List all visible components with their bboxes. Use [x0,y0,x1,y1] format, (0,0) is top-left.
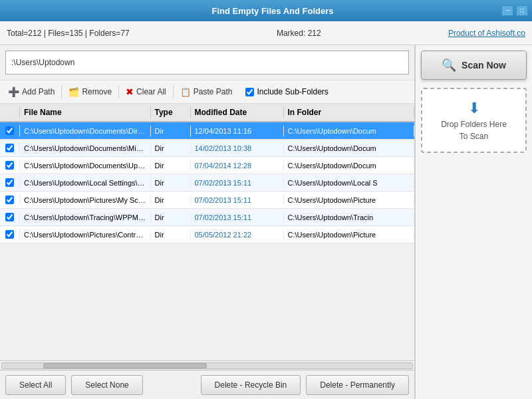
col-infolder[interactable]: In Folder [284,106,415,118]
row-checkbox[interactable] [5,213,14,221]
drop-text-1: Drop Folders Here [441,120,507,129]
row-checkbox[interactable] [5,230,14,239]
window-controls[interactable]: ─ □ [501,5,528,16]
table-row[interactable]: C:\Users\Uptodown\Documents\Directorio d… [0,122,414,140]
path-input-area[interactable]: :\Users\Uptodown [5,51,409,74]
table-body: C:\Users\Uptodown\Documents\Directorio d… [0,122,414,360]
row-type: Dir [151,143,191,154]
right-panel: 🔍 Scan Now ⬇ Drop Folders Here To Scan [415,45,532,399]
row-modified: 14/02/2013 10:38 [191,143,284,154]
row-modified: 07/04/2014 12:28 [191,160,284,171]
remove-button[interactable]: 🗂️ Remove [66,86,114,98]
subfolder-option[interactable]: Include Sub-Folders [245,87,328,96]
row-modified: 07/02/2013 15:11 [191,212,284,223]
add-path-icon: ➕ [8,86,19,97]
scan-now-button[interactable]: 🔍 Scan Now [421,51,527,80]
row-type: Dir [151,126,191,136]
remove-icon: 🗂️ [68,87,79,97]
drop-arrow-icon: ⬇ [468,100,480,117]
col-filename[interactable]: File Name [20,106,151,118]
row-type: Dir [151,212,191,223]
row-type: Dir [151,160,191,171]
col-modified[interactable]: Modified Date [191,106,284,118]
row-infolder: C:\Users\Uptodown\Docum [284,126,415,136]
paste-icon: 📋 [180,87,191,97]
left-panel: :\Users\Uptodown ➕ Add Path 🗂️ Remove ✖ … [0,45,415,399]
row-modified: 07/02/2013 15:11 [191,195,284,205]
marked-label: Marked: 212 [277,29,321,38]
table-row[interactable]: C:\Users\Uptodown\Pictures\ControlCenter… [0,226,414,243]
drop-text-2: To Scan [460,132,488,141]
row-checkbox-cell[interactable] [0,160,20,171]
file-table: File Name Type Modified Date In Folder C… [0,104,414,370]
row-infolder: C:\Users\Uptodown\Local S [284,178,415,188]
app-title: Find Empty Files And Folders [44,6,501,16]
row-infolder: C:\Users\Uptodown\Picture [284,195,415,205]
col-check [0,106,20,118]
divider-1 [61,85,62,98]
info-bar: Total=212 | Files=135 | Folders=77 Marke… [0,21,532,45]
row-infolder: C:\Users\Uptodown\Docum [284,143,415,154]
clear-all-icon: ✖ [126,86,134,97]
main-area: :\Users\Uptodown ➕ Add Path 🗂️ Remove ✖ … [0,45,532,399]
row-filename: C:\Users\Uptodown\Documents\Directorio d… [20,126,151,136]
row-modified: 07/02/2013 15:11 [191,178,284,188]
row-checkbox-cell[interactable] [0,194,20,205]
stats-label: Total=212 | Files=135 | Folders=77 [7,29,130,38]
row-checkbox[interactable] [5,144,14,152]
add-path-button[interactable]: ➕ Add Path [5,85,57,98]
row-checkbox-cell[interactable] [0,229,20,240]
row-filename: C:\Users\Uptodown\Local Settings\Applica… [20,178,151,188]
table-row[interactable]: C:\Users\Uptodown\Pictures\My Screen Sho… [0,192,414,209]
col-type[interactable]: Type [151,106,191,118]
row-infolder: C:\Users\Uptodown\Picture [284,229,415,240]
delete-recycle-bin-button[interactable]: Delete - Recycle Bin [201,375,301,395]
row-infolder: C:\Users\Uptodown\Tracin [284,212,415,223]
title-bar: Find Empty Files And Folders ─ □ [0,0,532,21]
row-checkbox[interactable] [5,161,14,170]
row-checkbox-cell[interactable] [0,142,20,154]
row-checkbox-cell[interactable] [0,211,20,223]
row-filename: C:\Users\Uptodown\Tracing\WPPMedia\ [20,212,151,223]
minimize-button[interactable]: ─ [501,5,513,16]
delete-permanently-button[interactable]: Delete - Permanently [306,375,409,395]
select-none-button[interactable]: Select None [71,375,142,395]
row-modified: 12/04/2013 11:16 [191,126,284,136]
row-checkbox[interactable] [5,126,14,135]
horizontal-scrollbar[interactable] [0,360,414,370]
row-checkbox[interactable] [5,196,14,204]
row-type: Dir [151,229,191,240]
select-all-button[interactable]: Select All [5,375,66,395]
path-value: :\Users\Uptodown [11,58,74,67]
clear-all-button[interactable]: ✖ Clear All [123,85,169,98]
divider-2 [118,85,119,98]
drop-area[interactable]: ⬇ Drop Folders Here To Scan [421,88,527,153]
table-row[interactable]: C:\Users\Uptodown\Documents\Mis archivos… [0,140,414,157]
row-type: Dir [151,195,191,205]
row-filename: C:\Users\Uptodown\Pictures\My Screen Sho… [20,195,151,205]
row-checkbox[interactable] [5,178,14,187]
row-type: Dir [151,178,191,188]
divider-3 [173,85,174,98]
row-filename: C:\Users\Uptodown\Documents\Mis archivos… [20,143,151,154]
row-filename: C:\Users\Uptodown\Pictures\ControlCenter… [20,229,151,240]
table-row[interactable]: C:\Users\Uptodown\Tracing\WPPMedia\Dir07… [0,209,414,226]
row-modified: 05/05/2012 21:22 [191,229,284,240]
toolbar: ➕ Add Path 🗂️ Remove ✖ Clear All 📋 Paste… [0,80,414,104]
table-header: File Name Type Modified Date In Folder [0,104,414,122]
maximize-button[interactable]: □ [516,5,528,16]
bottom-bar: Select All Select None Delete - Recycle … [0,370,414,399]
scan-icon: 🔍 [442,58,456,72]
product-link[interactable]: Product of Ashisoft.co [448,29,525,38]
include-subfolders-checkbox[interactable] [245,88,254,96]
row-checkbox-cell[interactable] [0,177,20,188]
table-row[interactable]: C:\Users\Uptodown\Documents\Updater\Dir0… [0,157,414,174]
row-filename: C:\Users\Uptodown\Documents\Updater\ [20,160,151,171]
paste-path-button[interactable]: 📋 Paste Path [178,86,235,98]
row-infolder: C:\Users\Uptodown\Docum [284,160,415,171]
include-subfolders-label: Include Sub-Folders [257,87,328,96]
table-row[interactable]: C:\Users\Uptodown\Local Settings\Applica… [0,174,414,192]
row-checkbox-cell[interactable] [0,125,20,136]
